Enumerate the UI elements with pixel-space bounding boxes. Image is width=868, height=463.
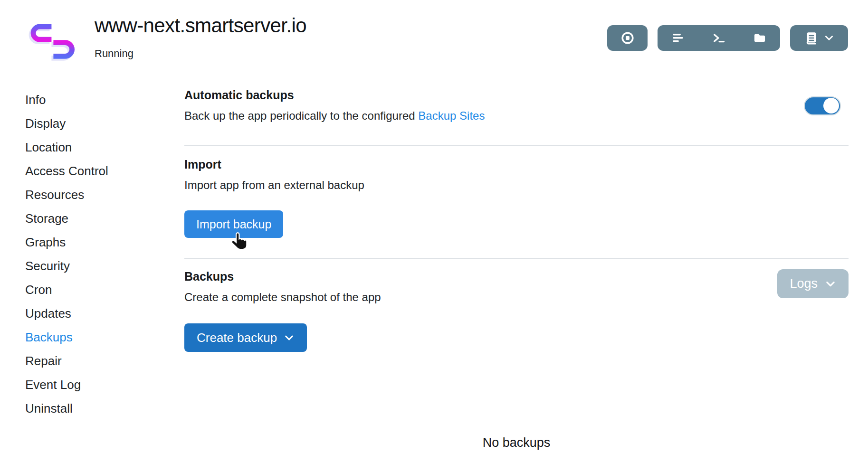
- import-section: Import Import app from an external backu…: [184, 146, 849, 259]
- sidebar-item-uninstall[interactable]: Uninstall: [25, 397, 184, 420]
- app-header: www-next.smartserver.io Running: [0, 0, 868, 71]
- sidebar-item-event-log[interactable]: Event Log: [25, 373, 184, 397]
- sidebar-item-access-control[interactable]: Access Control: [25, 159, 184, 183]
- import-heading: Import: [184, 157, 849, 171]
- app-status: Running: [95, 47, 306, 60]
- logs-button[interactable]: [658, 25, 698, 51]
- backups-section: Backups Create a complete snapshot of th…: [184, 259, 849, 450]
- automatic-backups-description-text: Back up the app periodically to the conf…: [184, 109, 418, 122]
- backups-description: Create a complete snapshot of the app: [184, 290, 381, 304]
- sidebar-item-cron[interactable]: Cron: [25, 278, 184, 302]
- automatic-backups-text: Automatic backups Back up the app period…: [184, 88, 485, 123]
- create-backup-label: Create backup: [197, 331, 277, 345]
- chevron-down-icon: [824, 33, 834, 43]
- log-lines-icon: [671, 31, 685, 45]
- file-manager-button[interactable]: [739, 25, 780, 51]
- sidebar-item-updates[interactable]: Updates: [25, 302, 184, 325]
- terminal-icon: [712, 31, 725, 45]
- chevron-down-icon: [284, 332, 295, 343]
- app-settings-page: www-next.smartserver.io Running: [0, 0, 868, 450]
- app-logo-icon: [24, 17, 81, 65]
- chevron-down-icon: [825, 278, 836, 290]
- stop-app-button[interactable]: [607, 25, 648, 51]
- page-body: Info Display Location Access Control Res…: [0, 71, 868, 450]
- backups-text: Backups Create a complete snapshot of th…: [184, 269, 381, 304]
- sidebar-item-security[interactable]: Security: [25, 254, 184, 278]
- automatic-backups-section: Automatic backups Back up the app period…: [184, 71, 849, 146]
- import-backup-button[interactable]: Import backup: [184, 210, 283, 238]
- header-button-group: [658, 25, 780, 51]
- automatic-backups-toggle[interactable]: [804, 96, 841, 115]
- logs-button-label: Logs: [790, 276, 818, 291]
- sidebar-item-display[interactable]: Display: [25, 112, 184, 135]
- empty-state-text: No backups: [184, 435, 849, 450]
- folder-icon: [753, 31, 766, 45]
- page-title: www-next.smartserver.io: [95, 14, 306, 37]
- automatic-backups-heading: Automatic backups: [184, 88, 485, 102]
- sidebar-item-graphs[interactable]: Graphs: [25, 230, 184, 254]
- sidebar-item-location[interactable]: Location: [25, 135, 184, 159]
- automatic-backups-description: Back up the app periodically to the conf…: [184, 109, 485, 123]
- stop-icon: [621, 31, 634, 45]
- sidebar-item-storage[interactable]: Storage: [25, 207, 184, 230]
- backup-sites-link[interactable]: Backup Sites: [418, 109, 485, 122]
- toggle-knob: [823, 98, 839, 113]
- sidebar: Info Display Location Access Control Res…: [0, 71, 184, 420]
- backups-panel: Automatic backups Back up the app period…: [184, 71, 849, 450]
- import-description: Import app from an external backup: [184, 178, 849, 192]
- sidebar-item-repair[interactable]: Repair: [25, 349, 184, 373]
- app-logo: [24, 17, 81, 65]
- docs-dropdown-button[interactable]: [790, 25, 848, 51]
- sidebar-item-info[interactable]: Info: [25, 88, 184, 112]
- logs-dropdown-button[interactable]: Logs: [777, 269, 849, 298]
- book-icon: [804, 31, 819, 45]
- sidebar-item-resources[interactable]: Resources: [25, 183, 184, 207]
- create-backup-button[interactable]: Create backup: [184, 323, 307, 352]
- backups-heading: Backups: [184, 269, 381, 283]
- sidebar-item-backups[interactable]: Backups: [25, 325, 184, 349]
- terminal-button[interactable]: [698, 25, 739, 51]
- header-actions: [607, 25, 848, 51]
- app-title-block: www-next.smartserver.io Running: [95, 14, 306, 60]
